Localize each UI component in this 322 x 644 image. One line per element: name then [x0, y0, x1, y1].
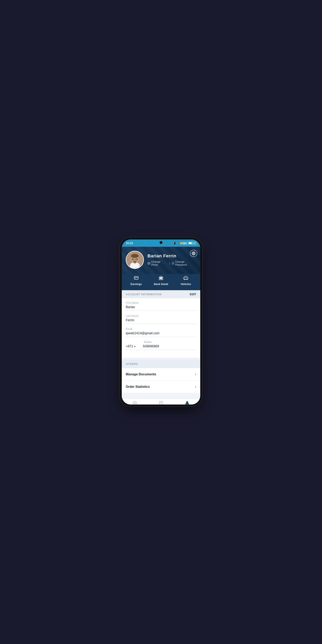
email-value: tpweb1414@gmail.com — [126, 332, 196, 337]
form-area: First Name Barian Last Name Ferrin Email… — [122, 298, 200, 358]
change-password-button[interactable]: Change Password — [172, 260, 196, 266]
content-area: ACCOUNT INFORMATION EDIT First Name Bari… — [122, 290, 200, 399]
bank-icon — [158, 276, 164, 282]
phone-row: +971 ▼ 509696969 — [126, 344, 196, 350]
profile-header: Barian Ferrin Change Photo | — [122, 247, 200, 274]
svg-rect-7 — [131, 263, 139, 268]
profile-info: Barian Ferrin Change Photo | — [148, 253, 196, 266]
change-photo-label: Change Photo — [151, 260, 168, 266]
tab-earnings[interactable]: Earnings — [124, 274, 148, 287]
account-section-header: ACCOUNT INFORMATION EDIT — [122, 290, 200, 298]
chevron-right-icon-2: › — [195, 384, 196, 389]
vibrate-icon: 📳 — [173, 242, 176, 244]
manage-documents-label: Manage Documents — [126, 372, 156, 376]
chevron-right-icon: › — [195, 372, 196, 376]
tab-vehicles[interactable]: Vehicles — [174, 274, 198, 287]
manage-documents-item[interactable]: Manage Documents › — [122, 368, 200, 380]
vehicles-icon — [183, 276, 188, 282]
phone-frame: 15:22 📍 📳 📍 📶 ▌▌▌ 22 — [122, 240, 200, 404]
tab-earnings-label: Earnings — [130, 282, 142, 286]
status-time: 15:22 — [126, 242, 133, 245]
last-name-value: Ferrin — [126, 318, 196, 324]
last-name-label: Last Name — [126, 314, 196, 317]
signal-icon: 📍 — [170, 242, 173, 244]
bottom-nav-orders[interactable]: ORDERS — [148, 399, 174, 404]
location-icon: 📍 — [177, 242, 179, 244]
svg-point-23 — [148, 263, 150, 264]
mobile-number-value: 509696969 — [143, 344, 196, 350]
bottom-nav: HOME ORDERS PROFILE — [122, 399, 200, 404]
battery-icon: 22 — [188, 242, 196, 245]
order-statistics-item[interactable]: Order Statistics › — [122, 380, 200, 393]
svg-rect-11 — [131, 256, 139, 257]
bars-icon: ▌▌▌ — [183, 242, 187, 244]
email-label: Email — [126, 328, 196, 330]
svg-point-18 — [132, 259, 133, 260]
svg-rect-28 — [159, 277, 163, 280]
country-code-value: +971 — [126, 344, 133, 348]
edit-button[interactable]: EDIT — [190, 292, 196, 296]
profile-name: Barian Ferrin — [148, 253, 196, 258]
profile-row: Barian Ferrin Change Photo | — [126, 251, 196, 269]
svg-rect-25 — [134, 276, 138, 279]
svg-point-40 — [186, 401, 188, 403]
tab-bank-detail[interactable]: Bank Detail — [148, 274, 173, 287]
svg-rect-24 — [172, 263, 174, 264]
dropdown-arrow: ▼ — [134, 345, 136, 348]
svg-rect-29 — [160, 277, 160, 279]
country-code-selector[interactable]: +971 ▼ — [126, 344, 141, 350]
camera-notch — [160, 241, 162, 244]
globe-button[interactable] — [190, 250, 197, 257]
svg-rect-30 — [161, 277, 161, 279]
account-section-title: ACCOUNT INFORMATION — [126, 293, 162, 296]
first-name-label: First Name — [126, 301, 196, 304]
bottom-nav-home[interactable]: HOME — [122, 399, 148, 404]
svg-point-21 — [130, 258, 132, 260]
change-password-label: Change Password — [175, 260, 196, 266]
svg-point-20 — [137, 259, 138, 260]
avatar — [126, 251, 144, 269]
mobile-label: Mobile — [144, 340, 196, 344]
tab-bank-label: Bank Detail — [154, 282, 168, 286]
profile-actions: Change Photo | Change Password — [148, 260, 196, 266]
last-name-group: Last Name Ferrin — [126, 314, 196, 324]
wifi-icon: 📶 — [180, 242, 182, 244]
tab-vehicles-label: Vehicles — [180, 282, 191, 286]
action-divider: | — [169, 262, 170, 265]
others-title: OTHERS — [126, 362, 138, 366]
mobile-group: Mobile +971 ▼ 509696969 — [126, 340, 196, 350]
nav-tabs: Earnings Bank Detail — [122, 274, 200, 290]
svg-rect-31 — [162, 277, 162, 279]
earnings-icon — [134, 276, 139, 282]
order-statistics-label: Order Statistics — [126, 385, 150, 388]
others-section: OTHERS Manage Documents › Order Statisti… — [122, 360, 200, 393]
change-photo-button[interactable]: Change Photo — [148, 260, 168, 266]
svg-point-22 — [138, 258, 139, 260]
first-name-value: Barian — [126, 305, 196, 311]
profile-icon — [185, 401, 190, 404]
orders-icon — [159, 401, 163, 404]
others-header: OTHERS — [122, 360, 200, 368]
bottom-nav-profile[interactable]: PROFILE — [174, 399, 200, 404]
email-group: Email tpweb1414@gmail.com — [126, 328, 196, 337]
home-icon — [132, 401, 137, 404]
first-name-group: First Name Barian — [126, 301, 196, 311]
